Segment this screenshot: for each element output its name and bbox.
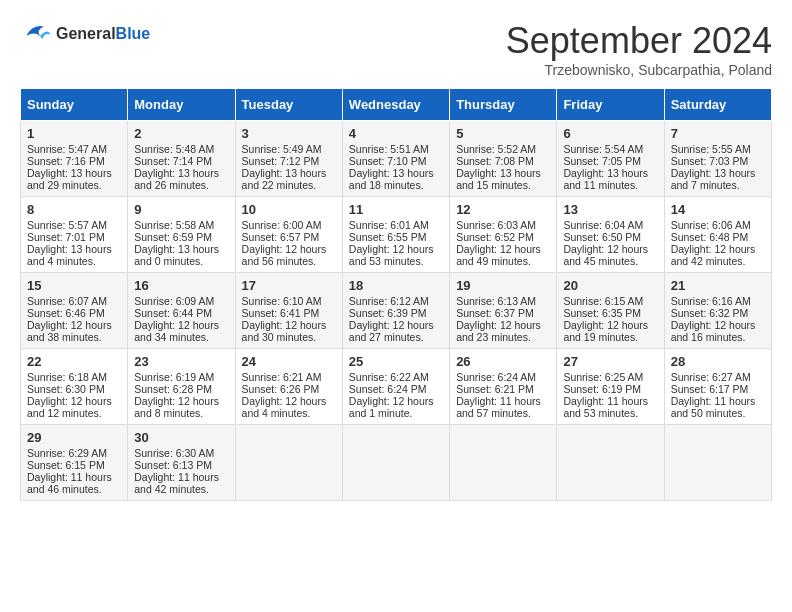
day-detail: Sunset: 6:39 PM xyxy=(349,307,443,319)
day-detail: and 42 minutes. xyxy=(671,255,765,267)
day-detail: and 12 minutes. xyxy=(27,407,121,419)
calendar-week-row: 8Sunrise: 5:57 AMSunset: 7:01 PMDaylight… xyxy=(21,197,772,273)
calendar-day-cell: 10Sunrise: 6:00 AMSunset: 6:57 PMDayligh… xyxy=(235,197,342,273)
day-detail: Sunrise: 5:58 AM xyxy=(134,219,228,231)
calendar-day-cell: 9Sunrise: 5:58 AMSunset: 6:59 PMDaylight… xyxy=(128,197,235,273)
day-detail: Sunset: 6:28 PM xyxy=(134,383,228,395)
calendar-day-cell: 29Sunrise: 6:29 AMSunset: 6:15 PMDayligh… xyxy=(21,425,128,501)
day-number: 3 xyxy=(242,126,336,141)
logo: GeneralBlue xyxy=(20,20,150,48)
day-detail: and 45 minutes. xyxy=(563,255,657,267)
day-detail: Sunrise: 6:24 AM xyxy=(456,371,550,383)
day-detail: and 38 minutes. xyxy=(27,331,121,343)
day-detail: and 30 minutes. xyxy=(242,331,336,343)
col-sunday: Sunday xyxy=(21,89,128,121)
calendar-day-cell: 4Sunrise: 5:51 AMSunset: 7:10 PMDaylight… xyxy=(342,121,449,197)
day-detail: Daylight: 12 hours xyxy=(27,395,121,407)
day-detail: Sunset: 6:35 PM xyxy=(563,307,657,319)
calendar-day-cell xyxy=(235,425,342,501)
day-detail: Daylight: 11 hours xyxy=(27,471,121,483)
calendar-day-cell: 20Sunrise: 6:15 AMSunset: 6:35 PMDayligh… xyxy=(557,273,664,349)
day-number: 24 xyxy=(242,354,336,369)
day-detail: Daylight: 13 hours xyxy=(134,167,228,179)
calendar-header-row: Sunday Monday Tuesday Wednesday Thursday… xyxy=(21,89,772,121)
col-wednesday: Wednesday xyxy=(342,89,449,121)
day-detail: Sunset: 6:37 PM xyxy=(456,307,550,319)
calendar-day-cell: 23Sunrise: 6:19 AMSunset: 6:28 PMDayligh… xyxy=(128,349,235,425)
day-detail: Daylight: 13 hours xyxy=(671,167,765,179)
day-number: 7 xyxy=(671,126,765,141)
day-number: 4 xyxy=(349,126,443,141)
day-detail: Sunset: 6:48 PM xyxy=(671,231,765,243)
day-detail: Sunrise: 6:22 AM xyxy=(349,371,443,383)
calendar-day-cell: 28Sunrise: 6:27 AMSunset: 6:17 PMDayligh… xyxy=(664,349,771,425)
calendar-day-cell: 8Sunrise: 5:57 AMSunset: 7:01 PMDaylight… xyxy=(21,197,128,273)
day-detail: Sunrise: 6:30 AM xyxy=(134,447,228,459)
calendar-day-cell xyxy=(342,425,449,501)
day-detail: Sunrise: 5:55 AM xyxy=(671,143,765,155)
day-detail: Sunrise: 6:21 AM xyxy=(242,371,336,383)
day-detail: Sunrise: 6:09 AM xyxy=(134,295,228,307)
day-number: 13 xyxy=(563,202,657,217)
day-detail: and 50 minutes. xyxy=(671,407,765,419)
day-detail: Sunset: 7:05 PM xyxy=(563,155,657,167)
calendar-week-row: 22Sunrise: 6:18 AMSunset: 6:30 PMDayligh… xyxy=(21,349,772,425)
day-detail: Sunrise: 6:13 AM xyxy=(456,295,550,307)
day-detail: Sunrise: 5:52 AM xyxy=(456,143,550,155)
calendar-week-row: 15Sunrise: 6:07 AMSunset: 6:46 PMDayligh… xyxy=(21,273,772,349)
day-detail: and 7 minutes. xyxy=(671,179,765,191)
day-detail: Sunrise: 6:01 AM xyxy=(349,219,443,231)
day-number: 2 xyxy=(134,126,228,141)
calendar-day-cell xyxy=(450,425,557,501)
day-detail: and 16 minutes. xyxy=(671,331,765,343)
day-detail: and 0 minutes. xyxy=(134,255,228,267)
day-detail: Sunset: 6:24 PM xyxy=(349,383,443,395)
day-detail: and 26 minutes. xyxy=(134,179,228,191)
day-detail: Sunset: 6:57 PM xyxy=(242,231,336,243)
day-detail: Sunrise: 6:25 AM xyxy=(563,371,657,383)
day-detail: and 23 minutes. xyxy=(456,331,550,343)
day-number: 5 xyxy=(456,126,550,141)
day-detail: Daylight: 13 hours xyxy=(563,167,657,179)
calendar-day-cell: 15Sunrise: 6:07 AMSunset: 6:46 PMDayligh… xyxy=(21,273,128,349)
day-detail: and 34 minutes. xyxy=(134,331,228,343)
day-detail: Daylight: 13 hours xyxy=(242,167,336,179)
day-detail: Sunset: 7:10 PM xyxy=(349,155,443,167)
day-detail: Sunrise: 6:03 AM xyxy=(456,219,550,231)
calendar-day-cell: 13Sunrise: 6:04 AMSunset: 6:50 PMDayligh… xyxy=(557,197,664,273)
location-subtitle: Trzebownisko, Subcarpathia, Poland xyxy=(506,62,772,78)
day-detail: Sunrise: 6:18 AM xyxy=(27,371,121,383)
day-detail: Sunset: 6:50 PM xyxy=(563,231,657,243)
day-detail: and 49 minutes. xyxy=(456,255,550,267)
day-detail: Sunrise: 6:29 AM xyxy=(27,447,121,459)
day-detail: Sunrise: 5:57 AM xyxy=(27,219,121,231)
calendar-day-cell: 1Sunrise: 5:47 AMSunset: 7:16 PMDaylight… xyxy=(21,121,128,197)
day-number: 29 xyxy=(27,430,121,445)
day-number: 23 xyxy=(134,354,228,369)
day-number: 30 xyxy=(134,430,228,445)
calendar-day-cell: 22Sunrise: 6:18 AMSunset: 6:30 PMDayligh… xyxy=(21,349,128,425)
day-number: 28 xyxy=(671,354,765,369)
day-detail: and 8 minutes. xyxy=(134,407,228,419)
day-number: 16 xyxy=(134,278,228,293)
day-detail: Sunset: 6:52 PM xyxy=(456,231,550,243)
day-detail: Daylight: 12 hours xyxy=(563,243,657,255)
day-detail: and 53 minutes. xyxy=(563,407,657,419)
day-number: 19 xyxy=(456,278,550,293)
calendar-day-cell: 16Sunrise: 6:09 AMSunset: 6:44 PMDayligh… xyxy=(128,273,235,349)
day-detail: Sunrise: 5:47 AM xyxy=(27,143,121,155)
calendar-day-cell: 19Sunrise: 6:13 AMSunset: 6:37 PMDayligh… xyxy=(450,273,557,349)
header: GeneralBlue September 2024 Trzebownisko,… xyxy=(20,20,772,78)
day-detail: Daylight: 12 hours xyxy=(349,243,443,255)
day-detail: and 1 minute. xyxy=(349,407,443,419)
day-number: 14 xyxy=(671,202,765,217)
day-detail: Sunset: 6:55 PM xyxy=(349,231,443,243)
day-detail: Daylight: 13 hours xyxy=(134,243,228,255)
day-detail: Sunset: 7:03 PM xyxy=(671,155,765,167)
col-friday: Friday xyxy=(557,89,664,121)
col-thursday: Thursday xyxy=(450,89,557,121)
calendar-day-cell: 26Sunrise: 6:24 AMSunset: 6:21 PMDayligh… xyxy=(450,349,557,425)
day-detail: Daylight: 13 hours xyxy=(27,167,121,179)
day-detail: Sunset: 6:30 PM xyxy=(27,383,121,395)
calendar-day-cell: 30Sunrise: 6:30 AMSunset: 6:13 PMDayligh… xyxy=(128,425,235,501)
